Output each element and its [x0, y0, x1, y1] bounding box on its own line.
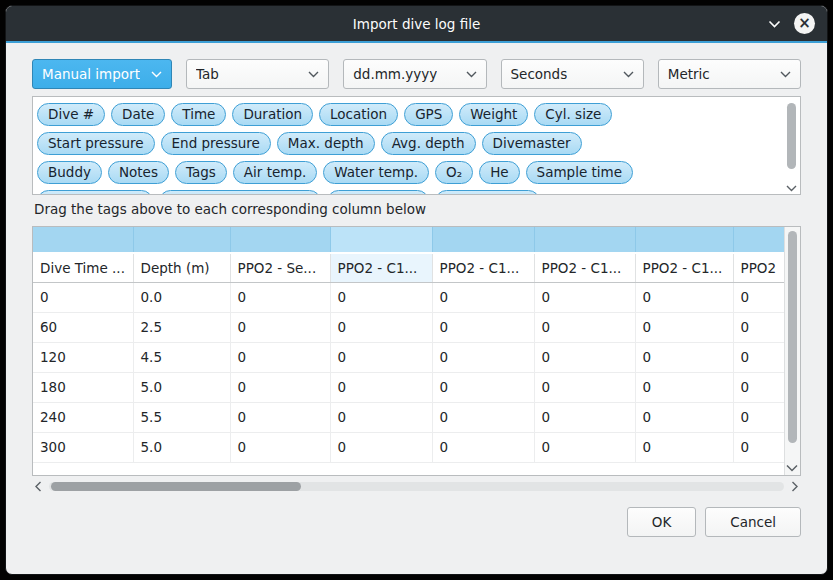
scroll-down-icon[interactable]	[786, 464, 798, 472]
combo-import-mode[interactable]: Manual import	[32, 59, 172, 89]
table-cell: 0	[330, 432, 432, 462]
table-cell: 0	[230, 312, 330, 342]
table-cell: 0	[432, 432, 534, 462]
tag-water-temp[interactable]: Water temp.	[323, 161, 429, 184]
table-cell: 0	[635, 432, 733, 462]
tag-sample-time[interactable]: Sample time	[526, 161, 633, 184]
column-drop-target[interactable]	[33, 227, 133, 253]
column-header[interactable]: PPO2 - C1...	[635, 253, 733, 282]
column-drop-target[interactable]	[733, 227, 784, 253]
import-grid: Dive Time ...Depth (m)PPO2 - Se...PPO2 -…	[33, 227, 784, 463]
table-cell: 0	[330, 402, 432, 432]
close-icon: ×	[798, 16, 811, 31]
table-cell: 0	[330, 312, 432, 342]
table-cell: 4.5	[133, 342, 230, 372]
tag-divemaster[interactable]: Divemaster	[482, 132, 582, 155]
column-header[interactable]: PPO2 - Se...	[230, 253, 330, 282]
table-cell: 0	[635, 312, 733, 342]
column-drop-target[interactable]	[635, 227, 733, 253]
tag-o[interactable]: O₂	[435, 161, 473, 184]
scrollbar-thumb[interactable]	[788, 231, 797, 443]
close-button[interactable]: ×	[794, 13, 815, 34]
column-drop-target[interactable]	[432, 227, 534, 253]
chevron-down-icon	[466, 71, 477, 78]
tag-dive[interactable]: Dive #	[37, 103, 105, 126]
table-cell: 0	[733, 342, 784, 372]
column-header[interactable]: PPO2 - C1...	[432, 253, 534, 282]
scroll-right-icon[interactable]	[788, 481, 801, 492]
column-drop-target[interactable]	[230, 227, 330, 253]
tag-max-depth[interactable]: Max. depth	[277, 132, 375, 155]
table-horizontal-scrollbar[interactable]	[32, 479, 801, 494]
window-title: Import dive log file	[6, 16, 827, 32]
combo-duration-format[interactable]: Seconds	[501, 59, 644, 89]
tag-tags[interactable]: Tags	[175, 161, 227, 184]
tag-notes[interactable]: Notes	[108, 161, 169, 184]
table-row: 3005.0000000	[33, 432, 784, 462]
table-cell: 0	[534, 342, 635, 372]
tag-panel-scrollbar[interactable]	[783, 97, 800, 194]
column-header[interactable]: PPO2 - C1...	[534, 253, 635, 282]
table-cell: 0	[534, 432, 635, 462]
combo-units[interactable]: Metric	[658, 59, 801, 89]
chevron-down-icon[interactable]	[768, 20, 781, 28]
tag-gps[interactable]: GPS	[404, 103, 453, 126]
column-header[interactable]: PPO2 - C1...	[330, 253, 432, 282]
tag-start-pressure[interactable]: Start pressure	[37, 132, 155, 155]
column-drop-target[interactable]	[133, 227, 230, 253]
tag-sample-cns[interactable]: Sample CNS	[435, 190, 540, 194]
table-cell: 0.0	[133, 282, 230, 312]
table-vertical-scrollbar[interactable]	[784, 227, 800, 475]
combo-value: Tab	[196, 66, 219, 82]
tag-air-temp[interactable]: Air temp.	[233, 161, 317, 184]
table-cell: 0	[733, 312, 784, 342]
tag-row: Sample depthSample temperatureSample pO₂…	[37, 190, 780, 194]
tag-end-pressure[interactable]: End pressure	[161, 132, 271, 155]
scroll-down-icon[interactable]	[786, 185, 797, 192]
tag-sample-temperature[interactable]: Sample temperature	[159, 190, 321, 194]
column-header[interactable]: Depth (m)	[133, 253, 230, 282]
ok-button[interactable]: OK	[627, 507, 696, 537]
instruction-text: Drag the tags above to each correspondin…	[34, 201, 801, 217]
column-drop-target[interactable]	[534, 227, 635, 253]
tag-duration[interactable]: Duration	[232, 103, 313, 126]
tag-sample-po[interactable]: Sample pO₂	[327, 190, 429, 194]
table-cell: 0	[432, 312, 534, 342]
combo-value: dd.mm.yyyy	[353, 66, 437, 82]
table-row: 602.5000000	[33, 312, 784, 342]
table-cell: 240	[33, 402, 133, 432]
table-cell: 5.5	[133, 402, 230, 432]
cancel-button[interactable]: Cancel	[705, 507, 801, 537]
combo-date-format[interactable]: dd.mm.yyyy	[343, 59, 486, 89]
tag-time[interactable]: Time	[171, 103, 226, 126]
tag-location[interactable]: Location	[319, 103, 398, 126]
scrollbar-thumb[interactable]	[51, 482, 301, 491]
combo-field-separator[interactable]: Tab	[186, 59, 329, 89]
table-row: 1805.0000000	[33, 372, 784, 402]
tag-avg-depth[interactable]: Avg. depth	[381, 132, 476, 155]
scrollbar-thumb[interactable]	[787, 103, 796, 169]
tag-date[interactable]: Date	[111, 103, 165, 126]
scroll-left-icon[interactable]	[32, 481, 45, 492]
tag-list: Dive #DateTimeDurationLocationGPSWeightC…	[37, 97, 780, 194]
table-cell: 0	[330, 282, 432, 312]
table-cell: 0	[733, 432, 784, 462]
table-cell: 5.0	[133, 432, 230, 462]
titlebar[interactable]: Import dive log file ×	[6, 6, 827, 43]
tag-cyl-size[interactable]: Cyl. size	[534, 103, 612, 126]
table-cell: 0	[330, 372, 432, 402]
column-header[interactable]: PPO2	[733, 253, 784, 282]
chevron-down-icon	[308, 71, 319, 78]
tag-he[interactable]: He	[479, 161, 519, 184]
tag-sample-depth[interactable]: Sample depth	[37, 190, 153, 194]
tag-buddy[interactable]: Buddy	[37, 161, 102, 184]
column-drop-target[interactable]	[330, 227, 432, 253]
table-cell: 0	[733, 402, 784, 432]
scrollbar-track[interactable]	[49, 482, 784, 491]
tag-weight[interactable]: Weight	[459, 103, 528, 126]
column-header[interactable]: Dive Time ...	[33, 253, 133, 282]
table-cell: 0	[230, 402, 330, 432]
table-cell: 0	[432, 342, 534, 372]
import-table: Dive Time ...Depth (m)PPO2 - Se...PPO2 -…	[33, 227, 784, 475]
dialog-body: Manual import Tab dd.mm.yyyy Seconds	[6, 43, 827, 537]
